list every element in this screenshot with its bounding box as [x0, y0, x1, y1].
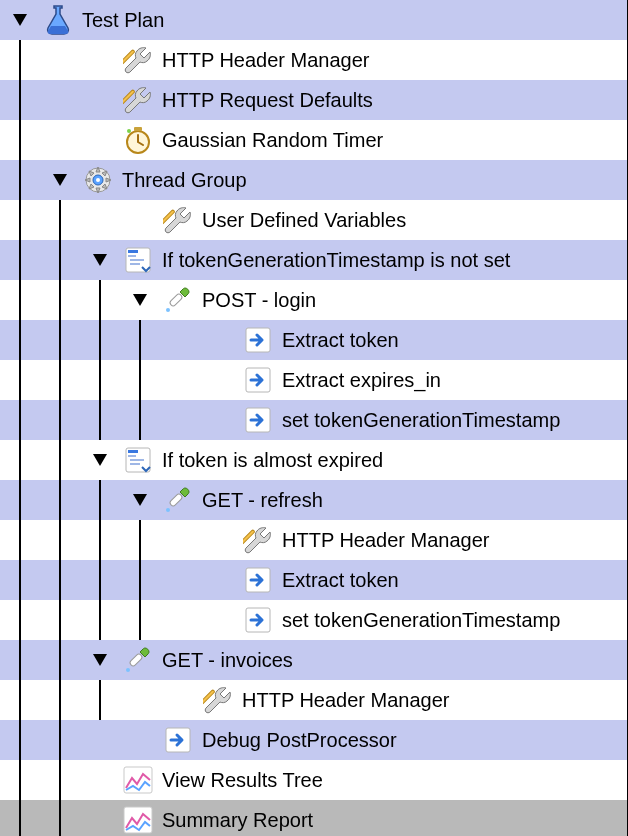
indent-cell	[120, 600, 160, 640]
tree-row-label: Extract expires_in	[282, 369, 441, 392]
indent-cell	[160, 560, 200, 600]
expand-toggle	[160, 680, 200, 720]
tree-row[interactable]: GET - invoices	[0, 640, 627, 680]
tree-row[interactable]: Extract expires_in	[0, 360, 627, 400]
indent-cell	[0, 360, 40, 400]
indent-cell	[40, 520, 80, 560]
expand-toggle[interactable]	[120, 280, 160, 320]
indent-cell	[0, 240, 40, 280]
svg-rect-13	[130, 263, 140, 265]
tree-row-label: HTTP Header Manager	[242, 689, 450, 712]
wrench-icon	[200, 682, 236, 718]
svg-rect-10	[128, 250, 138, 253]
tree-row[interactable]: Gaussian Random Timer	[0, 120, 627, 160]
indent-cell	[80, 320, 120, 360]
expand-toggle[interactable]	[80, 640, 120, 680]
tree-row-label: set tokenGenerationTimestamp	[282, 409, 560, 432]
indent-cell	[80, 400, 120, 440]
arrow-icon	[240, 562, 276, 598]
expand-toggle[interactable]	[40, 160, 80, 200]
indent-cell	[160, 320, 200, 360]
tree-row[interactable]: User Defined Variables	[0, 200, 627, 240]
expand-toggle	[200, 360, 240, 400]
tree-row[interactable]: Test Plan	[0, 0, 627, 40]
expand-toggle	[120, 200, 160, 240]
expand-toggle	[80, 760, 120, 800]
expand-toggle[interactable]	[80, 440, 120, 480]
indent-cell	[80, 520, 120, 560]
chevron-down-icon	[93, 254, 107, 266]
tree-row[interactable]: View Results Tree	[0, 760, 627, 800]
indent-cell	[80, 360, 120, 400]
tree-row[interactable]: If token is almost expired	[0, 440, 627, 480]
wrench-icon	[120, 42, 156, 78]
if-icon	[120, 442, 156, 478]
expand-toggle	[80, 800, 120, 836]
tree-row[interactable]: Extract token	[0, 320, 627, 360]
indent-cell	[40, 680, 80, 720]
tree-row[interactable]: set tokenGenerationTimestamp	[0, 400, 627, 440]
svg-rect-23	[130, 463, 140, 465]
expand-toggle	[200, 560, 240, 600]
indent-cell	[80, 600, 120, 640]
tree-row-label: Extract token	[282, 569, 399, 592]
tree-row[interactable]: Extract token	[0, 560, 627, 600]
expand-toggle[interactable]	[0, 0, 40, 40]
indent-cell	[40, 640, 80, 680]
expand-toggle[interactable]	[80, 240, 120, 280]
indent-cell	[160, 360, 200, 400]
gear-icon	[80, 162, 116, 198]
indent-cell	[0, 440, 40, 480]
indent-cell	[0, 120, 40, 160]
wrench-icon	[120, 82, 156, 118]
indent-cell	[80, 720, 120, 760]
tree-row[interactable]: Summary Report	[0, 800, 627, 836]
arrow-icon	[240, 602, 276, 638]
flask-icon	[40, 2, 76, 38]
indent-cell	[0, 80, 40, 120]
indent-cell	[0, 520, 40, 560]
tree-row[interactable]: HTTP Header Manager	[0, 520, 627, 560]
svg-rect-21	[128, 455, 136, 457]
if-icon	[120, 242, 156, 278]
tree-row[interactable]: If tokenGenerationTimestamp is not set	[0, 240, 627, 280]
indent-cell	[40, 480, 80, 520]
tree-row[interactable]: HTTP Request Defaults	[0, 80, 627, 120]
indent-cell	[40, 760, 80, 800]
tree-row-label: View Results Tree	[162, 769, 323, 792]
indent-cell	[40, 360, 80, 400]
svg-point-25	[166, 508, 170, 512]
tree-row[interactable]: HTTP Header Manager	[0, 680, 627, 720]
tree-row-label: Extract token	[282, 329, 399, 352]
svg-point-4	[127, 129, 131, 133]
svg-rect-29	[129, 653, 143, 667]
svg-rect-20	[128, 450, 138, 453]
tree-row[interactable]: Thread Group	[0, 160, 627, 200]
expand-toggle	[200, 520, 240, 560]
indent-cell	[120, 680, 160, 720]
arrow-icon	[240, 322, 276, 358]
expand-toggle	[80, 40, 120, 80]
chevron-down-icon	[13, 14, 27, 26]
tree-row-label: Thread Group	[122, 169, 247, 192]
indent-cell	[0, 40, 40, 80]
indent-cell	[0, 600, 40, 640]
indent-cell	[40, 800, 80, 836]
tree-row[interactable]: Debug PostProcessor	[0, 720, 627, 760]
tree-row[interactable]: GET - refresh	[0, 480, 627, 520]
chevron-down-icon	[53, 174, 67, 186]
indent-cell	[40, 80, 80, 120]
svg-point-30	[126, 668, 130, 672]
expand-toggle[interactable]	[120, 480, 160, 520]
tree-row-label: HTTP Request Defaults	[162, 89, 373, 112]
chevron-down-icon	[133, 494, 147, 506]
tree-row[interactable]: HTTP Header Manager	[0, 40, 627, 80]
indent-cell	[0, 320, 40, 360]
indent-cell	[40, 200, 80, 240]
tree-row[interactable]: POST - login	[0, 280, 627, 320]
indent-cell	[0, 480, 40, 520]
arrow-icon	[240, 402, 276, 438]
indent-cell	[120, 560, 160, 600]
tree-row[interactable]: set tokenGenerationTimestamp	[0, 600, 627, 640]
expand-toggle	[80, 80, 120, 120]
